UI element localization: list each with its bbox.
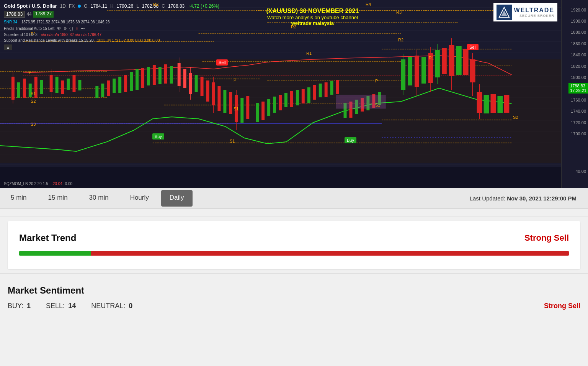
annotation-title: (XAU/USD) 30 NOVEMBER 2021 xyxy=(266,8,359,15)
tabs-container: 5 min 15 min 30 min Hourly Daily Last Up… xyxy=(0,188,588,209)
svg-rect-40 xyxy=(17,82,20,98)
r2-label-3: R2 xyxy=(398,38,403,42)
expand-button[interactable]: ▲ xyxy=(4,44,160,50)
trend-bar xyxy=(19,251,569,256)
svg-rect-49 xyxy=(67,79,70,90)
s3-label: S3 xyxy=(31,122,36,126)
svg-rect-108 xyxy=(408,57,412,85)
svg-rect-82 xyxy=(246,96,249,119)
market-trend-card: Market Trend Strong Sell xyxy=(8,221,580,269)
svg-rect-93 xyxy=(313,85,316,100)
s1-label-3: S1 xyxy=(375,103,380,107)
r1-label-1: R1 xyxy=(31,31,36,36)
momentum-label: SQZMOM_LB 20 2 20 1.5 -23.04 0.00 xyxy=(4,182,72,186)
pivots-row: Pivots Traditional Auto 15 Left 👁 ⚙ { } … xyxy=(4,25,160,32)
svg-rect-88 xyxy=(284,93,287,107)
chart-close-value: 1788.83 xyxy=(168,3,185,9)
market-trend-title: Market Trend xyxy=(19,233,76,243)
svg-rect-95 xyxy=(325,82,328,97)
svg-rect-86 xyxy=(273,97,276,113)
annotation-channel: weltrade malaysia xyxy=(266,20,359,26)
svg-rect-68 xyxy=(183,69,186,88)
price-1820: 1820.00 xyxy=(571,64,586,69)
s1-label-2: S1 xyxy=(234,107,238,111)
price-1700: 1700.00 xyxy=(571,131,586,136)
price-1760: 1760.00 xyxy=(571,98,586,102)
price-1900: 1900.00 xyxy=(571,19,586,23)
tab-5min[interactable]: 5 min xyxy=(0,189,38,208)
buy-label-2: Buy xyxy=(345,137,356,143)
tab-hourly[interactable]: Hourly xyxy=(119,189,160,208)
svg-rect-89 xyxy=(290,91,293,107)
weltrade-logo-text: WELTRADE SECURE BROKER xyxy=(514,7,554,18)
svg-rect-64 xyxy=(164,64,167,84)
supertrend-row: Supertrend 10 hl2 3 n/a n/a n/a 1852.82 … xyxy=(4,32,160,38)
s2-label-2: S2 xyxy=(513,115,518,120)
chart-annotation: (XAU/USD) 30 NOVEMBER 2021 Watch more an… xyxy=(266,8,359,26)
market-sentiment-title: Market Sentiment xyxy=(8,285,580,296)
svg-rect-91 xyxy=(302,89,305,103)
chart-high-label: H xyxy=(110,3,114,9)
svg-rect-120 xyxy=(463,49,469,75)
svg-rect-85 xyxy=(267,99,270,116)
last-updated: Last Updated: Nov 30, 2021 12:29:00 PM xyxy=(470,195,588,202)
weltrade-logo: WELTRADE SECURE BROKER xyxy=(493,3,557,21)
buy-sentiment: BUY: 1 xyxy=(8,302,31,310)
svg-rect-58 xyxy=(130,72,133,91)
content-area: Market Trend Strong Sell Market Sentimen… xyxy=(0,209,588,322)
svg-rect-92 xyxy=(307,87,310,103)
price-tags: 1788.83 44 1789.27 xyxy=(4,11,54,18)
market-trend-value: Strong Sell xyxy=(524,233,569,243)
svg-rect-73 xyxy=(206,80,209,102)
chart-type: FX xyxy=(69,3,75,9)
r2-label-2: R2 xyxy=(291,25,296,29)
sell-sentiment: SELL: 14 xyxy=(46,302,76,310)
settings-icon[interactable]: ⚙ xyxy=(64,26,67,31)
momentum-panel: SQZMOM_LB 20 2 20 1.5 -23.04 0.00 xyxy=(0,167,561,188)
svg-rect-111 xyxy=(421,57,426,84)
snr-row: SNR 34 1876.95 1721.52 2074.98 1676.69 2… xyxy=(4,19,160,25)
svg-rect-84 xyxy=(261,102,265,120)
pivots-label: Pivots Traditional Auto 15 Left xyxy=(4,26,54,31)
price-1920: 1920.00 xyxy=(571,8,586,12)
svg-rect-54 xyxy=(107,80,110,96)
svg-rect-90 xyxy=(296,90,299,105)
p-label-1: P xyxy=(29,70,31,75)
sr-label: Support and Resistance Levels with Break… xyxy=(4,38,94,43)
svg-rect-76 xyxy=(217,86,220,111)
svg-rect-127 xyxy=(497,96,503,113)
price-1840: 1840.00 xyxy=(571,53,586,57)
svg-rect-56 xyxy=(118,77,121,93)
sentiment-values: BUY: 1 SELL: 14 NEUTRAL: 0 Strong Sell xyxy=(8,302,580,310)
sentiment-overall: Strong Sell xyxy=(544,302,580,310)
last-updated-value: Nov 30, 2021 12:29:00 PM xyxy=(507,195,577,202)
last-updated-label: Last Updated: xyxy=(470,195,505,202)
svg-rect-65 xyxy=(170,66,173,84)
svg-rect-41 xyxy=(23,79,26,98)
chart-title: Gold Spot / U.S. Dollar xyxy=(4,3,57,9)
remove-icon[interactable]: ✕ xyxy=(75,26,78,31)
price-tag-current: 1788.83 xyxy=(4,11,25,18)
supertrend-values: n/a n/a n/a 1852.82 n/a n/a 1786.47 xyxy=(41,33,101,37)
svg-rect-62 xyxy=(153,65,156,85)
weltrade-tagline: SECURE BROKER xyxy=(519,14,554,18)
price-axis: 1920.00 1900.00 1880.00 1860.00 1840.00 … xyxy=(561,0,588,188)
trend-bar-sell xyxy=(91,251,569,256)
eye-icon[interactable]: 👁 xyxy=(57,25,61,32)
market-trend-header: Market Trend Strong Sell xyxy=(19,233,569,243)
chart-header: Gold Spot / U.S. Dollar 1D FX O 1784.11 … xyxy=(4,3,219,9)
tab-30min[interactable]: 30 min xyxy=(78,189,119,208)
svg-rect-87 xyxy=(279,95,282,110)
trend-bar-buy xyxy=(19,251,91,256)
tab-15min[interactable]: 15 min xyxy=(38,189,78,208)
support-resistance-row: Support and Resistance Levels with Break… xyxy=(4,38,160,43)
price-tag-44: 44 xyxy=(26,11,31,18)
svg-rect-71 xyxy=(195,75,198,92)
buy-label-1: Buy xyxy=(152,133,164,140)
r1-label-3: R1 xyxy=(429,56,434,60)
svg-rect-44 xyxy=(40,80,43,94)
r2-label-1: R2 xyxy=(153,2,158,7)
svg-rect-77 xyxy=(223,90,226,113)
tab-daily[interactable]: Daily xyxy=(161,190,193,207)
svg-rect-128 xyxy=(504,95,509,113)
